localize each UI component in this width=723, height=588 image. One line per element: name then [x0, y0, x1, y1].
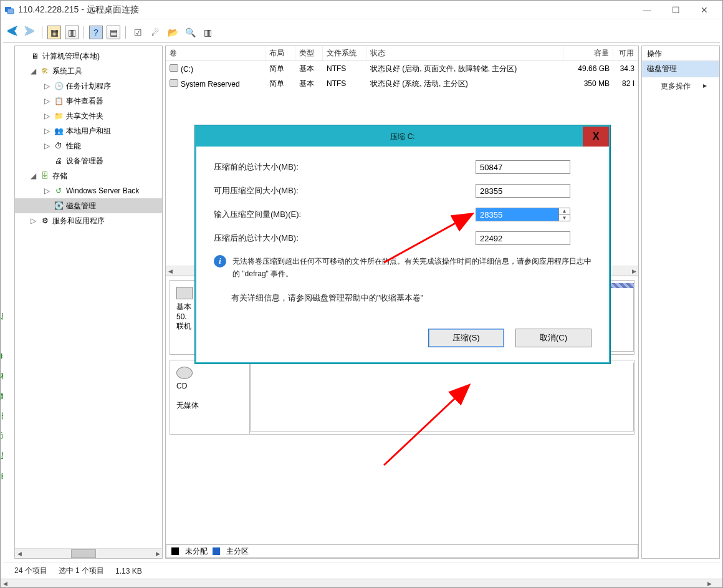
status-size: 1.13 KB: [115, 567, 142, 576]
tree-task[interactable]: ▷🕒任务计划程序: [15, 79, 162, 94]
col-layout[interactable]: 布局: [266, 46, 295, 60]
rdp-titlebar: 110.42.228.215 - 远程桌面连接 — ☐ ✕: [1, 1, 722, 19]
tree-diskmgmt[interactable]: 💽磁盘管理: [15, 198, 162, 213]
view-button[interactable]: ▤: [107, 26, 120, 39]
col-cap[interactable]: 容量: [563, 46, 613, 60]
tree-services[interactable]: ▷⚙服务和应用程序: [15, 213, 162, 228]
col-free[interactable]: 可用: [613, 46, 638, 60]
cd-box[interactable]: CD 无媒体: [170, 360, 634, 435]
mmc-toolbar: ⮜ ⮞ ▦ ▥ ? ▤ ☑ ☄ 📂 🔍 ▥: [3, 22, 720, 43]
col-fs[interactable]: 文件系统: [323, 46, 366, 60]
actions-header: 操作: [642, 46, 719, 61]
tree-perf[interactable]: ▷⏱性能: [15, 138, 162, 153]
dialog-title[interactable]: 压缩 C: X: [196, 127, 609, 147]
tool-button-1[interactable]: ▦: [47, 26, 61, 39]
maximize-button[interactable]: ☐: [661, 1, 690, 19]
shrink-button[interactable]: 压缩(S): [428, 329, 504, 347]
col-status[interactable]: 状态: [366, 46, 563, 60]
col-volume[interactable]: 卷: [166, 46, 266, 60]
tree-storage[interactable]: ◢🗄存储: [15, 168, 162, 183]
left-strip: [3, 46, 14, 559]
vol-row-c[interactable]: (C:) 简单 基本 NTFS 状态良好 (启动, 页面文件, 故障转储, 主分…: [166, 61, 638, 76]
enter-label: 输入压缩空间量(MB)(E):: [214, 209, 407, 220]
tree-shared[interactable]: ▷📁共享文件夹: [15, 108, 162, 123]
disk-icon: [176, 287, 193, 299]
actions-selected: 磁盘管理: [642, 61, 719, 77]
tree-root[interactable]: 🖥计算机管理(本地): [15, 49, 162, 64]
volume-icon: [170, 64, 178, 72]
after-value: 22492: [476, 231, 570, 245]
legend-primary-swatch: [213, 547, 220, 555]
tree-wsb[interactable]: ▷↺Windows Server Back: [15, 183, 162, 198]
rdp-title: 110.42.228.215 - 远程桌面连接: [18, 4, 139, 16]
legend-unalloc-swatch: [171, 547, 179, 555]
before-value: 50847: [476, 160, 570, 174]
before-label: 压缩前的总计大小(MB):: [214, 161, 407, 173]
actions-pane: 操作 磁盘管理 更多操作 ▸: [641, 46, 720, 559]
spin-up[interactable]: ▲: [559, 208, 570, 215]
spinner[interactable]: ▲ ▼: [559, 208, 570, 221]
svg-rect-1: [7, 9, 14, 14]
forward-button[interactable]: ⮞: [23, 26, 37, 39]
cd-icon: [176, 367, 193, 379]
dialog-note: i 无法将卷压缩到超出任何不可移动的文件所在的点。有关完成该操作时间的详细信息，…: [214, 255, 591, 280]
minimize-button[interactable]: —: [633, 1, 661, 19]
avail-value: 28355: [476, 184, 570, 198]
dialog-help: 有关详细信息，请参阅磁盘管理帮助中的"收缩基本卷": [231, 292, 591, 304]
spin-down[interactable]: ▼: [559, 215, 570, 221]
tool-6[interactable]: 🔍: [183, 26, 197, 39]
tool-3[interactable]: ☑: [131, 26, 145, 39]
actions-more[interactable]: 更多操作 ▸: [642, 77, 719, 95]
tree-users[interactable]: ▷👥本地用户和组: [15, 123, 162, 138]
tool-button-2[interactable]: ▥: [65, 26, 79, 39]
after-label: 压缩后的总计大小(MB):: [214, 233, 407, 244]
cancel-button[interactable]: 取消(C): [515, 329, 591, 347]
info-icon: i: [214, 255, 226, 267]
avail-label: 可用压缩空间大小(MB):: [214, 185, 407, 196]
tree-sys-tools[interactable]: ◢🛠系统工具: [15, 64, 162, 79]
status-selected: 选中 1 个项目: [59, 566, 104, 576]
close-button[interactable]: ✕: [690, 1, 719, 19]
tree-hscroll[interactable]: ◀▶: [15, 548, 162, 558]
tree-event[interactable]: ▷📋事件查看器: [15, 94, 162, 108]
shrink-dialog: 压缩 C: X 压缩前的总计大小(MB): 50847 可用压缩空间大小(MB)…: [195, 125, 610, 364]
col-type[interactable]: 类型: [295, 46, 323, 60]
tree-device[interactable]: 🖨设备管理器: [15, 153, 162, 168]
legend: 未分配 主分区: [166, 544, 638, 558]
tool-5[interactable]: 📂: [166, 26, 180, 39]
tool-7[interactable]: ▥: [201, 26, 214, 39]
status-items: 24 个项目: [14, 566, 47, 576]
statusbar: 24 个项目 选中 1 个项目 1.13 KB: [3, 562, 720, 579]
vol-row-sysres[interactable]: System Reserved 简单 基本 NTFS 状态良好 (系统, 活动,…: [166, 76, 638, 91]
tool-4[interactable]: ☄: [148, 26, 162, 39]
enter-input[interactable]: [476, 208, 559, 221]
back-button[interactable]: ⮜: [6, 26, 19, 39]
tree-pane: 🖥计算机管理(本地) ◢🛠系统工具 ▷🕒任务计划程序 ▷📋事件查看器 ▷📁共享文…: [14, 46, 163, 559]
rdp-icon: [4, 5, 14, 15]
dialog-close-button[interactable]: X: [583, 127, 609, 147]
volume-icon: [170, 79, 178, 87]
help-button[interactable]: ?: [89, 26, 103, 39]
outer-hscroll[interactable]: ◀▶: [1, 579, 722, 587]
vol-header: 卷 布局 类型 文件系统 状态 容量 可用: [166, 46, 638, 61]
